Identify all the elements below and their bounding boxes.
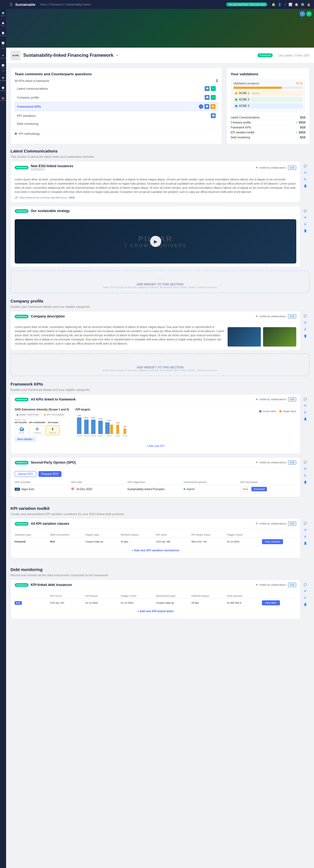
home-icon[interactable]: 🏠 (294, 3, 299, 6)
spo-side-icon-3[interactable]: ⬇ (302, 473, 308, 478)
add-widget-icon-2: ＋ (15, 358, 305, 365)
company-side-icon-4[interactable]: 👤 (302, 333, 308, 339)
company-side-icon-2[interactable]: 👁 (302, 320, 308, 326)
sidebar-item-proposal[interactable]: 📄Proposal (0, 31, 7, 38)
legend-target-dot (279, 410, 282, 412)
side-icon-4[interactable]: 👤 (302, 183, 308, 189)
debt-side-icon-3[interactable]: ⬇ (302, 595, 308, 600)
framework-edit-icon[interactable]: ✏ (116, 54, 119, 57)
all-kpis-side-icon-2[interactable]: 👁 (302, 403, 308, 408)
company-side-icon-1[interactable]: 💬 (302, 313, 308, 319)
company-edit-button[interactable]: Edit (288, 314, 296, 318)
debt-side-icon-2[interactable]: 👁 (302, 588, 308, 594)
kpi-variation-side-icon-2[interactable]: 👁 (302, 527, 308, 533)
sidebar-item-actions[interactable]: ⚡Actions (0, 54, 7, 60)
sidebar-item-posttrade[interactable]: 📊Post-trade (0, 63, 6, 72)
video-side-icon-3[interactable]: ⬇ (302, 221, 308, 227)
video-side-icon-2[interactable]: 👁 (302, 215, 308, 220)
kpi-variation-edit-button[interactable]: Edit (288, 522, 296, 526)
nav-menu-icon[interactable]: ☰ (9, 2, 13, 7)
nav-icons-4: 💬 (211, 113, 216, 118)
debt-edit-button[interactable]: Edit (288, 583, 296, 587)
kpi-variation-side-icon-1[interactable]: 💬 (302, 521, 308, 526)
view-debt-button[interactable]: View debt › (262, 600, 280, 605)
side-icon-3[interactable]: ⬇ (302, 177, 308, 182)
smart-certified-badge[interactable]: SMART CERTIFIED (15, 413, 41, 417)
side-icon-2[interactable]: 👁 (302, 170, 308, 176)
add-widget-communications[interactable]: ＋ ADD WIDGET TO THIS SECTION Select from… (10, 271, 310, 293)
side-icon-1[interactable]: 💬 (302, 163, 308, 169)
nav-framework-kpis[interactable]: Framework KPIs ○ 💬 ⚙ (15, 102, 218, 111)
kpi-toggle-icon[interactable]: ○ (199, 104, 203, 109)
sidebar-item-world[interactable]: 🌍World (0, 11, 6, 18)
spo-side-icon-2[interactable]: 👁 (302, 466, 308, 472)
chart-icon[interactable]: 📊 (288, 3, 292, 6)
sidebar-item-export[interactable]: 📤Export (0, 96, 6, 102)
esg-link-row[interactable]: 🔗 https://www.acme.com/new-esg-debt-issu… (15, 196, 296, 199)
all-kpis-side-icon-3[interactable]: ⬇ (302, 410, 308, 415)
nav-company-profile[interactable]: Company profile 💬 ✓ (15, 93, 218, 101)
val-row-4: Debt monitoring 5/10 (231, 135, 306, 140)
video-container[interactable]: PILLAR 7 GROWTH DRIVERS ▶ (15, 219, 296, 264)
sidebar-item-pretrade[interactable]: 📈Pre-trade (0, 41, 6, 50)
bar-2030-target (124, 429, 126, 434)
esg-edit-button[interactable]: Edit (288, 165, 296, 170)
main-content: ↗ ✎ ACME Sustainability-linked Financing… (6, 9, 314, 632)
debt-card-title: KPI-linked debt issuances (31, 583, 72, 587)
sidebar-item-settings[interactable]: ⚙️Settings (0, 76, 7, 83)
all-kpis-published-badge: Published (15, 398, 29, 401)
all-kpis-side-icon-1[interactable]: 💬 (302, 396, 308, 402)
spo-uploaded-badge[interactable]: SPO UPLOADED (42, 413, 66, 417)
more-details-button[interactable]: More details › (15, 437, 36, 442)
all-kpis-side-icon-4[interactable]: 👤 (302, 416, 308, 422)
nav-latest-communications[interactable]: Latest communications 💬 ✓ (15, 85, 218, 93)
spo-edit-button[interactable]: Edit (288, 460, 296, 465)
nav-kpi-variations[interactable]: KPI variations 💬 (15, 112, 218, 120)
video-side-icon-1[interactable]: 💬 (302, 208, 308, 214)
debt-side-icon-1[interactable]: 💬 (302, 582, 308, 587)
kpi-variation-side-icon-4[interactable]: 👤 (302, 540, 308, 546)
spo-download-button[interactable]: Download (251, 487, 267, 491)
kpi-category-meta: KPI CATEGORY (29, 421, 46, 424)
video-side-icon-4[interactable]: 👤 (302, 228, 308, 234)
icon-7[interactable]: 💬 (211, 113, 216, 118)
company-side-icon-3[interactable]: ⬇ (302, 327, 308, 332)
icon-2[interactable]: ✓ (211, 86, 216, 91)
esg-view-link[interactable]: VIEW (68, 196, 75, 199)
notification-icon[interactable]: 🔔 (272, 3, 276, 6)
icon-6[interactable]: ⚙ (211, 104, 215, 109)
nav-variations-label: KPI variations (17, 114, 36, 117)
hero-icon-1[interactable]: ↗ (300, 11, 305, 17)
request-spo-button[interactable]: Request SPO (38, 471, 61, 477)
icon-5[interactable]: 💬 (205, 104, 209, 109)
spo-save-button[interactable]: Save (240, 487, 251, 492)
view-variation-button[interactable]: View variation (262, 539, 283, 544)
lock-icon[interactable]: 🔒 (307, 3, 311, 6)
play-button[interactable]: ▶ (150, 236, 161, 247)
add-debt-row[interactable]: + Add new KPI-linked debts (15, 607, 296, 616)
icon-3[interactable]: 💬 (205, 95, 210, 100)
icon-1[interactable]: 💬 (205, 86, 210, 91)
icon-4[interactable]: ✓ (211, 95, 216, 100)
all-kpis-edit-button[interactable]: Edit (288, 397, 296, 402)
smart-dot (17, 414, 18, 416)
val-score-3: ✓ 10/10 (295, 131, 306, 134)
spo-side-icon-1[interactable]: 💬 (302, 460, 308, 465)
sidebar-item-history[interactable]: 🕐History (0, 86, 6, 92)
share-icon[interactable]: ↗ (284, 3, 286, 6)
all-kpis-eye-icon: 👁 (256, 398, 258, 401)
tour-banner[interactable]: You are now here ! See your tour (226, 2, 267, 6)
add-variation-row[interactable]: + Add new KPI variation mechanism (15, 546, 296, 555)
user-icon[interactable]: 👤 (278, 3, 282, 6)
kpi-variation-side-icon-3[interactable]: ⬇ (302, 534, 308, 539)
add-widget-company[interactable]: ＋ ADD WIDGET TO THIS SECTION Select from… (10, 353, 310, 376)
nav-debt-monitoring[interactable]: Debt monitoring (15, 120, 218, 127)
spo-side-icon-4[interactable]: 👤 (302, 479, 308, 485)
hero-icon-2[interactable]: ✎ (306, 11, 312, 17)
add-kpi-row[interactable]: + Add new KPI (15, 442, 296, 450)
settings-icon[interactable]: ⚙️ (301, 3, 305, 6)
sidebar-item-bond[interactable]: 📋Bond (0, 21, 6, 28)
upload-spo-button[interactable]: Upload SPO (15, 471, 36, 477)
debt-side-icon-4[interactable]: 👤 (302, 602, 308, 607)
vcol-variation-type: Variation type (15, 533, 49, 536)
